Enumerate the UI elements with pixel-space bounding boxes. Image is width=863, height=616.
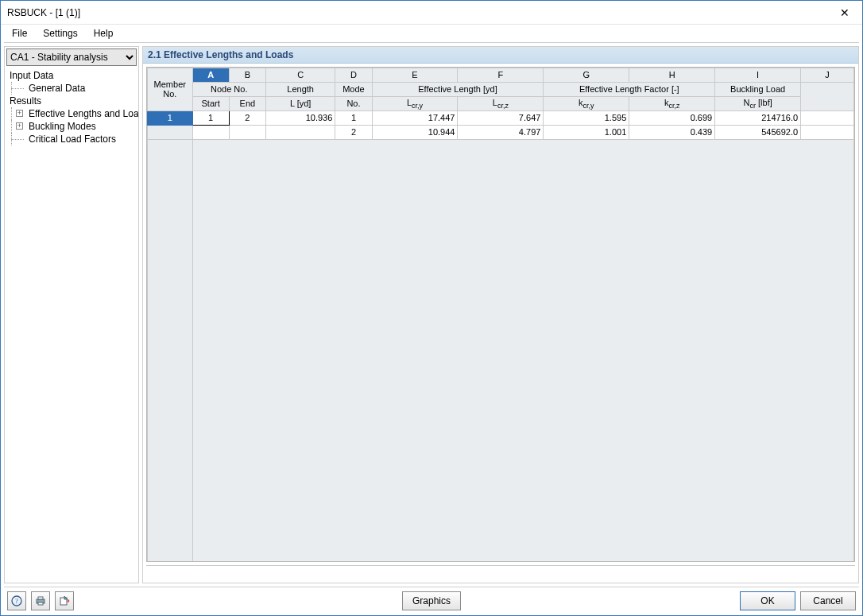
header-buckling-load: Buckling Load <box>715 82 801 96</box>
header-lcry: Lcr,y <box>372 96 458 110</box>
header-sub-row: Start End L [yd] No. Lcr,y Lcr,z kcr,y k… <box>148 96 854 110</box>
menu-settings[interactable]: Settings <box>37 26 83 41</box>
header-lcrz: Lcr,z <box>458 96 544 110</box>
cell-kcry[interactable]: 1.001 <box>544 125 629 139</box>
svg-rect-3 <box>38 597 43 599</box>
tree-buckling-modes[interactable]: + Buckling Modes <box>5 120 138 133</box>
header-kcry: kcr,y <box>544 96 629 110</box>
cell-kcrz[interactable]: 0.699 <box>629 110 715 125</box>
ok-button[interactable]: OK <box>740 591 795 610</box>
col-J[interactable]: J <box>801 68 854 82</box>
row-member-no <box>148 125 193 139</box>
row-member-no: 1 <box>148 110 193 125</box>
cell-mode[interactable]: 2 <box>335 125 372 139</box>
col-D[interactable]: D <box>335 68 372 82</box>
tree-input-data[interactable]: Input Data <box>5 69 138 82</box>
grid-footer <box>146 565 855 579</box>
left-panel: CA1 - Stability analysis Input Data Gene… <box>4 46 139 583</box>
cell-kcrz[interactable]: 0.439 <box>629 125 715 139</box>
panel-heading: 2.1 Effective Lengths and Loads <box>143 47 858 64</box>
col-H[interactable]: H <box>629 68 715 82</box>
header-J <box>801 82 854 110</box>
cell-start[interactable] <box>192 125 229 139</box>
header-end: End <box>229 96 265 110</box>
col-C[interactable]: C <box>265 68 335 82</box>
cell-ncr[interactable]: 545692.0 <box>715 125 801 139</box>
header-member-no: MemberNo. <box>148 68 193 110</box>
header-node-no: Node No. <box>192 82 265 96</box>
col-A[interactable]: A <box>192 68 229 82</box>
right-panel: 2.1 Effective Lengths and Loads <box>142 46 859 583</box>
table-row-empty <box>148 139 854 560</box>
cell-L[interactable]: 10.936 <box>265 110 335 125</box>
cell-J[interactable] <box>801 125 854 139</box>
case-selector[interactable]: CA1 - Stability analysis <box>6 48 137 66</box>
plus-icon[interactable]: + <box>16 110 23 117</box>
cell-start[interactable]: 1 <box>192 110 229 125</box>
cell-lcrz[interactable]: 4.797 <box>458 125 544 139</box>
header-L: L [yd] <box>265 96 335 110</box>
window-title: RSBUCK - [1 (1)] <box>7 7 80 18</box>
help-icon: ? <box>11 595 22 606</box>
header-eff-length: Effective Length [yd] <box>372 82 544 96</box>
col-E[interactable]: E <box>372 68 458 82</box>
header-start: Start <box>192 96 229 110</box>
header-length: Length <box>265 82 335 96</box>
graphics-button[interactable]: Graphics <box>402 591 461 610</box>
cancel-button[interactable]: Cancel <box>800 591 856 610</box>
tree-critical-load-factors[interactable]: Critical Load Factors <box>5 133 138 145</box>
title-bar: RSBUCK - [1 (1)] ✕ <box>1 1 862 25</box>
svg-text:?: ? <box>15 597 18 605</box>
svg-rect-4 <box>38 602 43 605</box>
column-letter-row: MemberNo. A B C D E F G H I J <box>148 68 854 82</box>
export-button[interactable] <box>55 591 74 610</box>
tree-general-data[interactable]: General Data <box>5 82 138 95</box>
cell-lcry[interactable]: 10.944 <box>372 125 458 139</box>
bottom-bar: ? Graphics OK Cancel <box>1 587 862 615</box>
table-row[interactable]: 1 1 2 10.936 1 17.447 7.647 1.595 0.699 … <box>148 110 854 125</box>
header-eff-factor: Effective Length Factor [-] <box>544 82 715 96</box>
printer-icon <box>35 595 46 606</box>
cell-J[interactable] <box>801 110 854 125</box>
plus-icon[interactable]: + <box>16 122 23 130</box>
header-mode: Mode <box>335 82 372 96</box>
cell-mode[interactable]: 1 <box>335 110 372 125</box>
col-F[interactable]: F <box>458 68 544 82</box>
cell-lcry[interactable]: 17.447 <box>372 110 458 125</box>
table-row[interactable]: 2 10.944 4.797 1.001 0.439 545692.0 <box>148 125 854 139</box>
help-button[interactable]: ? <box>7 591 26 610</box>
menu-file[interactable]: File <box>6 26 33 41</box>
header-ncr: Ncr [lbf] <box>715 96 801 110</box>
export-icon <box>59 595 70 606</box>
col-G[interactable]: G <box>544 68 629 82</box>
close-icon[interactable]: ✕ <box>826 1 862 25</box>
header-kcrz: kcr,z <box>629 96 715 110</box>
tree-results[interactable]: Results <box>5 95 138 107</box>
col-I[interactable]: I <box>715 68 801 82</box>
menu-help[interactable]: Help <box>87 26 120 41</box>
tree-effective-lengths[interactable]: + Effective Lengths and Loads <box>5 107 138 120</box>
cell-end[interactable] <box>229 125 265 139</box>
cell-L[interactable] <box>265 125 335 139</box>
nav-tree: Input Data General Data Results + Effect… <box>5 68 138 583</box>
menu-bar: File Settings Help <box>1 25 862 42</box>
header-group-row: Node No. Length Mode Effective Length [y… <box>148 82 854 96</box>
cell-end[interactable]: 2 <box>229 110 265 125</box>
grid-scroll[interactable]: MemberNo. A B C D E F G H I J Node <box>147 68 854 561</box>
header-mode-no: No. <box>335 96 372 110</box>
cell-ncr[interactable]: 214716.0 <box>715 110 801 125</box>
cell-lcrz[interactable]: 7.647 <box>458 110 544 125</box>
results-grid: MemberNo. A B C D E F G H I J Node <box>146 67 855 562</box>
print-button[interactable] <box>31 591 50 610</box>
content-area: CA1 - Stability analysis Input Data Gene… <box>4 42 859 587</box>
col-B[interactable]: B <box>229 68 265 82</box>
cell-kcry[interactable]: 1.595 <box>544 110 629 125</box>
